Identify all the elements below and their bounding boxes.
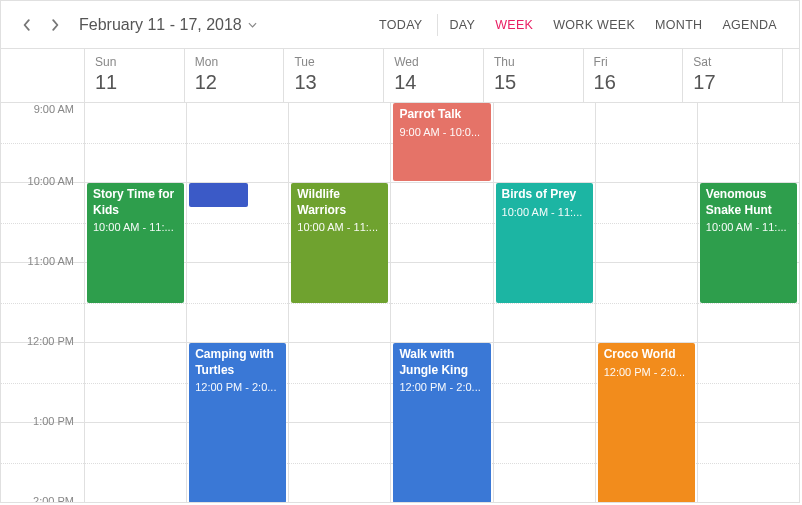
event-title: Parrot Talk [399,107,484,123]
next-button[interactable] [41,11,69,39]
time-label: 9:00 AM [34,103,74,115]
day-name: Sat [693,55,772,69]
event-time: 12:00 PM - 2:0... [399,380,484,394]
day-num: 15 [494,71,573,94]
time-slot: 11:00 AM [1,263,84,343]
hour-cell[interactable] [289,103,390,183]
day-num: 14 [394,71,473,94]
event[interactable]: Story Time for Kids10:00 AM - 11:... [87,183,184,303]
today-button[interactable]: TODAY [369,10,432,40]
calendar-app: February 11 - 17, 2018 TODAY DAY WEEK WO… [0,0,800,503]
hour-cell[interactable] [596,103,697,183]
event-title: Walk with Jungle King [399,347,484,378]
hour-cell[interactable] [391,183,492,263]
hour-cell[interactable] [494,423,595,502]
view-switcher: TODAY DAY WEEK WORK WEEK MONTH AGENDA [369,10,787,40]
time-gutter: 9:00 AM 10:00 AM 11:00 AM 12:00 PM 1:00 … [1,103,85,502]
time-label: 12:00 PM [27,335,74,347]
day-num: 17 [693,71,772,94]
event-title: Croco World [604,347,689,363]
time-label: 10:00 AM [28,175,74,187]
day-column[interactable]: Wildlife Warriors10:00 AM - 11:... [289,103,391,502]
day-column[interactable]: Camping with Turtles12:00 PM - 2:0... [187,103,289,502]
event-time: 9:00 AM - 10:0... [399,125,484,139]
view-week[interactable]: WEEK [485,10,543,40]
event-time: 10:00 AM - 11:... [297,220,382,234]
day-column[interactable]: Croco World12:00 PM - 2:0... [596,103,698,502]
day-header-wed[interactable]: Wed 14 [384,49,484,102]
hour-cell[interactable] [494,103,595,183]
calendar-body: 9:00 AM 10:00 AM 11:00 AM 12:00 PM 1:00 … [1,103,799,502]
caret-down-icon [248,22,257,28]
hour-cell[interactable] [698,103,799,183]
time-label: 1:00 PM [33,415,74,427]
time-slot: 9:00 AM [1,103,84,183]
hour-cell[interactable] [391,263,492,343]
day-column[interactable]: Venomous Snake Hunt10:00 AM - 11:... [698,103,799,502]
event[interactable]: Camping with Turtles12:00 PM - 2:0... [189,343,286,502]
day-name: Sun [95,55,174,69]
event[interactable]: Birds of Prey10:00 AM - 11:... [496,183,593,303]
event-title: Story Time for Kids [93,187,178,218]
time-slot: 10:00 AM [1,183,84,263]
view-agenda[interactable]: AGENDA [712,10,787,40]
event[interactable]: Parrot Talk9:00 AM - 10:0... [393,103,490,181]
time-slot: 12:00 PM [1,343,84,423]
time-gutter-header [1,49,85,102]
event[interactable]: Walk with Jungle King12:00 PM - 2:0... [393,343,490,502]
event-time: 12:00 PM - 2:0... [195,380,280,394]
chevron-left-icon [21,19,33,31]
day-header-tue[interactable]: Tue 13 [284,49,384,102]
hour-cell[interactable] [698,343,799,423]
event-time: 10:00 AM - 11:... [93,220,178,234]
hour-cell[interactable] [85,343,186,423]
hour-cell[interactable] [289,343,390,423]
hour-cell[interactable] [187,103,288,183]
day-num: 11 [95,71,174,94]
day-header-thu[interactable]: Thu 15 [484,49,584,102]
event-title: Birds of Prey [502,187,587,203]
hour-cell[interactable] [85,423,186,502]
event-title: Venomous Snake Hunt [706,187,791,218]
hour-cell[interactable] [187,263,288,343]
scroll-gutter-header [783,49,799,102]
event[interactable] [189,183,248,207]
date-range-picker[interactable]: February 11 - 17, 2018 [79,16,257,34]
time-slot: 1:00 PM [1,423,84,502]
event[interactable]: Croco World12:00 PM - 2:0... [598,343,695,502]
event-time: 12:00 PM - 2:0... [604,365,689,379]
view-month[interactable]: MONTH [645,10,712,40]
hour-cell[interactable] [698,423,799,502]
day-name: Wed [394,55,473,69]
hour-cell[interactable] [85,103,186,183]
event-title: Camping with Turtles [195,347,280,378]
day-name: Mon [195,55,274,69]
chevron-right-icon [49,19,61,31]
hour-cell[interactable] [596,183,697,263]
time-label: 11:00 AM [28,255,74,267]
day-column[interactable]: Birds of Prey10:00 AM - 11:... [494,103,596,502]
hour-cell[interactable] [494,343,595,423]
day-header-sun[interactable]: Sun 11 [85,49,185,102]
event-time: 10:00 AM - 11:... [706,220,791,234]
day-num: 12 [195,71,274,94]
day-header-fri[interactable]: Fri 16 [584,49,684,102]
day-num: 13 [294,71,373,94]
day-column[interactable]: Story Time for Kids10:00 AM - 11:... [85,103,187,502]
view-work-week[interactable]: WORK WEEK [543,10,645,40]
prev-button[interactable] [13,11,41,39]
day-header-row: Sun 11 Mon 12 Tue 13 Wed 14 Thu 15 Fri 1… [1,49,799,103]
hour-cell[interactable] [289,423,390,502]
day-header-sat[interactable]: Sat 17 [683,49,783,102]
view-day[interactable]: DAY [440,10,486,40]
hour-cell[interactable] [596,263,697,343]
separator [437,14,438,36]
day-column[interactable]: Parrot Talk9:00 AM - 10:0...Walk with Ju… [391,103,493,502]
grid-scroll[interactable]: 9:00 AM 10:00 AM 11:00 AM 12:00 PM 1:00 … [1,103,799,502]
event[interactable]: Wildlife Warriors10:00 AM - 11:... [291,183,388,303]
day-name: Fri [594,55,673,69]
event[interactable]: Venomous Snake Hunt10:00 AM - 11:... [700,183,797,303]
day-num: 16 [594,71,673,94]
day-name: Tue [294,55,373,69]
day-header-mon[interactable]: Mon 12 [185,49,285,102]
